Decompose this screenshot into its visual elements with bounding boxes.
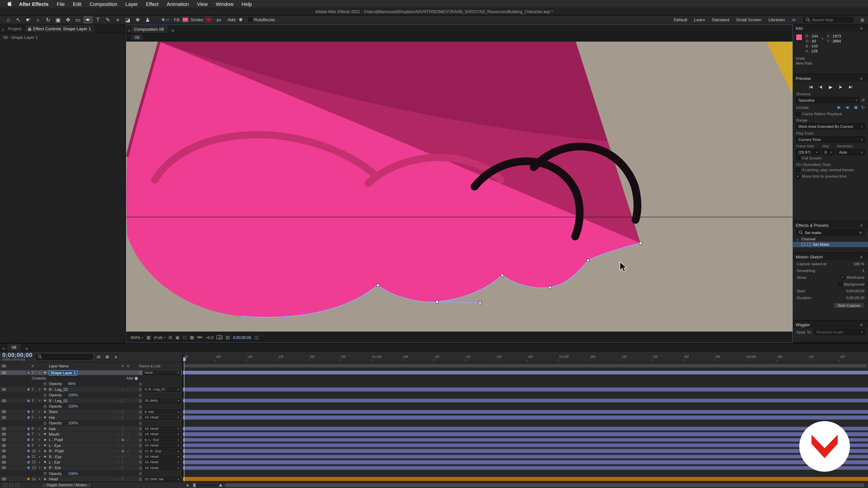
parent-dropdown[interactable]: 9. L - Eye▾ <box>143 437 181 442</box>
collapse-icon[interactable]: ○ <box>117 461 119 464</box>
layer-row[interactable]: 11▸★R - Eye○╱◎14. Head▾ <box>0 454 182 460</box>
smoothing-value[interactable]: 1 <box>862 268 864 273</box>
layer-duration-bar[interactable] <box>183 455 868 459</box>
effects-search-input[interactable]: Set matte ✕ <box>796 230 865 235</box>
layer-switches[interactable]: ○╱ <box>117 432 139 436</box>
quality-icon[interactable]: ╱ <box>122 388 123 391</box>
collapse-icon[interactable]: ○ <box>117 433 119 436</box>
previous-frame-button[interactable]: ◀| <box>817 84 824 90</box>
timeline-track-area[interactable]: 0f05f10f15f20f25f01:00f05f10f15f20f25f02… <box>183 352 868 482</box>
label-color-chip[interactable] <box>27 455 30 458</box>
layer-row[interactable]: 4▸★Stars○╱◎5. Hat▾ <box>0 409 182 415</box>
property-value[interactable]: 100% <box>68 421 78 425</box>
layer-switches[interactable]: ○fx╱ <box>117 438 139 442</box>
visibility-eye-icon[interactable] <box>2 444 6 447</box>
tab-composition[interactable]: Composition 08 <box>131 25 167 33</box>
parent-link-cell[interactable]: ◎9. L - Eye▾ <box>139 437 182 442</box>
layer-duration-bar[interactable] <box>183 415 868 420</box>
zoom-in-icon[interactable] <box>219 484 222 487</box>
quality-icon[interactable]: ╱ <box>122 416 123 419</box>
quality-icon[interactable]: ╱ <box>127 438 129 442</box>
visibility-eye-icon[interactable] <box>2 416 6 419</box>
stopwatch-icon[interactable]: ◷ <box>43 393 49 397</box>
twirl-icon[interactable]: ▸ <box>39 477 43 481</box>
parent-link-cell[interactable]: ◎15. Shirt_Ne▾ <box>139 477 182 481</box>
layer-row[interactable]: 7▸★Mouth○╱◎14. Head▾ <box>0 432 182 437</box>
parent-link-cell[interactable]: ◎14. Head▾ <box>139 443 182 448</box>
composition-mini-tab[interactable]: 08 <box>131 35 143 40</box>
visibility-eye-icon[interactable] <box>2 455 6 458</box>
stroke-label[interactable]: Stroke: <box>191 17 204 22</box>
quality-icon[interactable]: ╱ <box>122 455 123 458</box>
selection-tool-icon[interactable]: ↖ <box>13 16 23 24</box>
cache-before-playback-checkbox[interactable] <box>796 112 800 116</box>
hand-tool-icon[interactable]: ☛ <box>24 16 33 24</box>
layer-row[interactable]: 14▸★Head○╱◎15. Shirt_Ne▾ <box>0 477 182 482</box>
quality-icon[interactable]: ╱ <box>122 410 123 414</box>
layer-row[interactable]: 5▾★Hat○╱◎14. Head▾ <box>0 415 182 420</box>
graph-editor-icon[interactable]: ▲ <box>113 354 119 359</box>
pan-behind-tool-icon[interactable]: ✥ <box>63 16 73 24</box>
label-color-chip[interactable] <box>27 427 30 430</box>
effects-group-channel[interactable]: ⌄ Channel <box>793 236 868 242</box>
layer-name-cell[interactable]: Stars <box>49 410 117 414</box>
first-frame-button[interactable]: |◀ <box>807 84 814 90</box>
workspace-libraries[interactable]: Libraries <box>768 17 785 22</box>
draft-3d-icon[interactable]: ▩ <box>104 354 110 359</box>
loop-icon[interactable]: ↻ <box>861 105 865 110</box>
parent-link-cell[interactable]: ◎14. Head▾ <box>139 415 182 420</box>
move-time-checkbox[interactable] <box>796 174 800 178</box>
property-name[interactable]: Opacity <box>49 471 62 476</box>
track-row[interactable] <box>183 426 868 432</box>
label-color-chip[interactable] <box>27 371 30 375</box>
layer-duration-bar[interactable] <box>183 427 868 431</box>
pick-whip-icon[interactable]: ◎ <box>139 421 142 425</box>
contents-label[interactable]: Contents <box>32 376 46 380</box>
camera-tool-icon[interactable]: ▣ <box>53 16 63 24</box>
collapse-icon[interactable]: ○ <box>117 438 119 442</box>
layer-name-cell[interactable]: Hair <box>49 426 117 431</box>
track-row[interactable] <box>183 437 868 443</box>
parent-link-cell[interactable]: ◎None▾ <box>139 370 182 375</box>
parent-link-column[interactable]: Parent & Link <box>139 364 182 368</box>
visibility-eye-icon[interactable] <box>2 411 6 413</box>
home-tool-icon[interactable]: ⌂ <box>4 16 13 24</box>
quality-icon[interactable]: ╱ <box>122 371 123 375</box>
track-row[interactable] <box>183 392 868 398</box>
more-workspaces-icon[interactable]: ≫ <box>792 17 796 22</box>
show-channel-icon[interactable] <box>197 336 203 338</box>
layer-name-cell[interactable]: R - Ear <box>49 466 117 470</box>
property-value[interactable]: 66% <box>68 382 76 386</box>
quality-icon[interactable]: ╱ <box>127 449 129 453</box>
current-time[interactable]: 0;00;00;00 <box>233 335 251 339</box>
label-color-chip[interactable] <box>27 416 30 419</box>
stopwatch-icon[interactable]: ◷ <box>43 471 49 475</box>
layer-duration-bar[interactable] <box>183 449 868 453</box>
visibility-eye-icon[interactable] <box>2 399 6 402</box>
layer-name-cell[interactable]: R - Leg_02 <box>49 387 117 392</box>
tab-effect-controls[interactable]: Effect Controls Shape Layer 1 <box>25 25 94 33</box>
layer-name-cell[interactable]: R - Leg_01 <box>49 398 117 403</box>
parent-link-cell[interactable]: ◎18. Belly▾ <box>139 398 182 403</box>
parent-dropdown[interactable]: 3. R - Leg_01▾ <box>143 387 181 392</box>
workspace-small-screen[interactable]: Small Screen <box>736 17 762 22</box>
expand-inout-icon[interactable] <box>16 483 20 487</box>
track-row[interactable] <box>183 454 868 460</box>
shortcut-select[interactable]: Spacebar▾ <box>796 97 859 103</box>
layer-duration-bar[interactable] <box>183 466 868 470</box>
menu-effect[interactable]: Effect <box>142 1 163 6</box>
pick-whip-icon[interactable]: ◎ <box>139 455 142 459</box>
layer-switches[interactable]: ○╱ <box>117 460 139 464</box>
pick-whip-icon[interactable]: ◎ <box>139 370 142 375</box>
track-row[interactable] <box>183 443 868 449</box>
layer-row[interactable]: 2▾★R - Leg_02○╱◎3. R - Leg_01▾ <box>0 387 182 392</box>
timeline-search-input[interactable] <box>35 354 93 359</box>
layer-duration-bar[interactable] <box>183 437 868 442</box>
pick-whip-icon[interactable]: ◎ <box>139 466 142 470</box>
menu-window[interactable]: Window <box>212 1 238 6</box>
parent-link-cell[interactable]: ◎14. Head▾ <box>139 466 182 470</box>
parent-dropdown[interactable]: 14. Head▾ <box>143 460 181 464</box>
quality-icon[interactable]: ╱ <box>122 466 123 470</box>
visibility-eye-icon[interactable] <box>2 388 6 391</box>
property-name[interactable]: Opacity <box>49 382 62 386</box>
